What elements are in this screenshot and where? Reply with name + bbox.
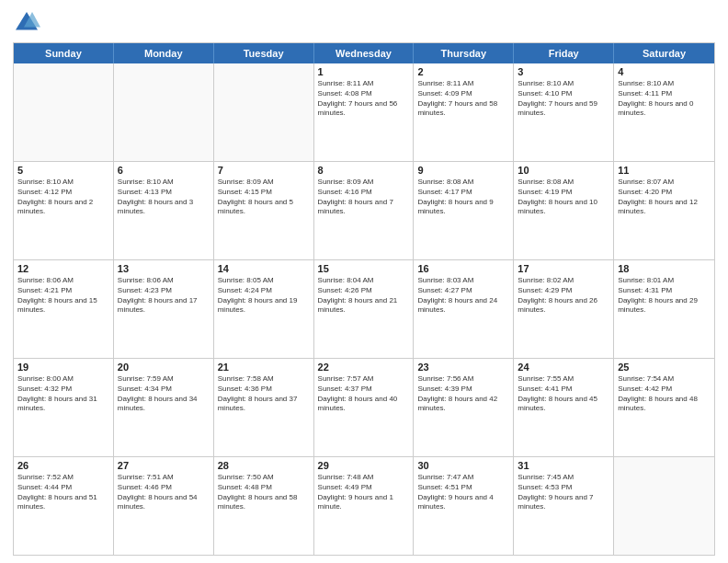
day-cell-28: 28Sunrise: 7:50 AM Sunset: 4:48 PM Dayli… bbox=[214, 457, 314, 555]
cell-info: Sunrise: 8:07 AM Sunset: 4:20 PM Dayligh… bbox=[618, 178, 711, 217]
day-number: 28 bbox=[218, 460, 310, 471]
day-number: 7 bbox=[218, 165, 310, 176]
cell-info: Sunrise: 7:55 AM Sunset: 4:41 PM Dayligh… bbox=[518, 374, 609, 414]
day-number: 22 bbox=[318, 362, 410, 373]
day-cell-23: 23Sunrise: 7:56 AM Sunset: 4:39 PM Dayli… bbox=[414, 359, 514, 456]
cell-info: Sunrise: 8:10 AM Sunset: 4:11 PM Dayligh… bbox=[618, 79, 711, 119]
day-cell-24: 24Sunrise: 7:55 AM Sunset: 4:41 PM Dayli… bbox=[514, 359, 614, 456]
cell-info: Sunrise: 8:01 AM Sunset: 4:31 PM Dayligh… bbox=[618, 276, 711, 316]
empty-cell bbox=[614, 457, 714, 555]
day-cell-14: 14Sunrise: 8:05 AM Sunset: 4:24 PM Dayli… bbox=[214, 260, 314, 358]
cell-info: Sunrise: 8:11 AM Sunset: 4:08 PM Dayligh… bbox=[318, 79, 410, 119]
header bbox=[13, 9, 715, 37]
page: SundayMondayTuesdayWednesdayThursdayFrid… bbox=[0, 0, 728, 563]
day-cell-29: 29Sunrise: 7:48 AM Sunset: 4:49 PM Dayli… bbox=[314, 457, 415, 555]
day-cell-25: 25Sunrise: 7:54 AM Sunset: 4:42 PM Dayli… bbox=[614, 359, 714, 456]
day-number: 20 bbox=[118, 362, 210, 373]
day-number: 3 bbox=[518, 66, 609, 77]
header-day-tuesday: Tuesday bbox=[214, 43, 314, 63]
day-cell-18: 18Sunrise: 8:01 AM Sunset: 4:31 PM Dayli… bbox=[614, 260, 714, 358]
cell-info: Sunrise: 7:48 AM Sunset: 4:49 PM Dayligh… bbox=[318, 473, 410, 512]
cell-info: Sunrise: 8:02 AM Sunset: 4:29 PM Dayligh… bbox=[518, 276, 609, 316]
day-number: 12 bbox=[17, 263, 109, 274]
day-number: 19 bbox=[17, 362, 109, 373]
day-cell-1: 1Sunrise: 8:11 AM Sunset: 4:08 PM Daylig… bbox=[314, 63, 415, 161]
cell-info: Sunrise: 8:05 AM Sunset: 4:24 PM Dayligh… bbox=[218, 276, 310, 316]
cell-info: Sunrise: 7:56 AM Sunset: 4:39 PM Dayligh… bbox=[417, 374, 509, 414]
day-cell-2: 2Sunrise: 8:11 AM Sunset: 4:09 PM Daylig… bbox=[414, 63, 514, 161]
header-day-thursday: Thursday bbox=[414, 43, 514, 63]
header-day-wednesday: Wednesday bbox=[314, 43, 415, 63]
day-cell-5: 5Sunrise: 8:10 AM Sunset: 4:12 PM Daylig… bbox=[14, 162, 114, 259]
day-number: 23 bbox=[417, 362, 509, 373]
day-number: 14 bbox=[218, 263, 310, 274]
cell-info: Sunrise: 7:54 AM Sunset: 4:42 PM Dayligh… bbox=[618, 374, 711, 414]
day-cell-12: 12Sunrise: 8:06 AM Sunset: 4:21 PM Dayli… bbox=[14, 260, 114, 358]
calendar-body: 1Sunrise: 8:11 AM Sunset: 4:08 PM Daylig… bbox=[14, 63, 714, 555]
day-cell-21: 21Sunrise: 7:58 AM Sunset: 4:36 PM Dayli… bbox=[214, 359, 314, 456]
cell-info: Sunrise: 8:04 AM Sunset: 4:26 PM Dayligh… bbox=[318, 276, 410, 316]
day-cell-19: 19Sunrise: 8:00 AM Sunset: 4:32 PM Dayli… bbox=[14, 359, 114, 456]
calendar-row-3: 19Sunrise: 8:00 AM Sunset: 4:32 PM Dayli… bbox=[14, 359, 714, 457]
day-cell-15: 15Sunrise: 8:04 AM Sunset: 4:26 PM Dayli… bbox=[314, 260, 415, 358]
calendar-row-4: 26Sunrise: 7:52 AM Sunset: 4:44 PM Dayli… bbox=[14, 457, 714, 555]
day-cell-6: 6Sunrise: 8:10 AM Sunset: 4:13 PM Daylig… bbox=[114, 162, 214, 259]
day-number: 21 bbox=[218, 362, 310, 373]
cell-info: Sunrise: 8:06 AM Sunset: 4:23 PM Dayligh… bbox=[118, 276, 210, 316]
cell-info: Sunrise: 8:10 AM Sunset: 4:10 PM Dayligh… bbox=[518, 79, 609, 119]
day-cell-13: 13Sunrise: 8:06 AM Sunset: 4:23 PM Dayli… bbox=[114, 260, 214, 358]
calendar-row-0: 1Sunrise: 8:11 AM Sunset: 4:08 PM Daylig… bbox=[14, 63, 714, 162]
header-day-monday: Monday bbox=[114, 43, 214, 63]
cell-info: Sunrise: 7:47 AM Sunset: 4:51 PM Dayligh… bbox=[417, 473, 509, 512]
cell-info: Sunrise: 7:57 AM Sunset: 4:37 PM Dayligh… bbox=[318, 374, 410, 414]
day-number: 1 bbox=[318, 66, 410, 77]
calendar-header: SundayMondayTuesdayWednesdayThursdayFrid… bbox=[14, 43, 714, 63]
day-cell-10: 10Sunrise: 8:08 AM Sunset: 4:19 PM Dayli… bbox=[514, 162, 614, 259]
empty-cell bbox=[114, 63, 214, 161]
day-cell-8: 8Sunrise: 8:09 AM Sunset: 4:16 PM Daylig… bbox=[314, 162, 415, 259]
empty-cell bbox=[214, 63, 314, 161]
day-number: 29 bbox=[318, 460, 410, 471]
calendar: SundayMondayTuesdayWednesdayThursdayFrid… bbox=[13, 42, 715, 556]
day-cell-16: 16Sunrise: 8:03 AM Sunset: 4:27 PM Dayli… bbox=[414, 260, 514, 358]
day-cell-11: 11Sunrise: 8:07 AM Sunset: 4:20 PM Dayli… bbox=[614, 162, 714, 259]
cell-info: Sunrise: 8:11 AM Sunset: 4:09 PM Dayligh… bbox=[417, 79, 509, 119]
day-cell-4: 4Sunrise: 8:10 AM Sunset: 4:11 PM Daylig… bbox=[614, 63, 714, 161]
cell-info: Sunrise: 7:59 AM Sunset: 4:34 PM Dayligh… bbox=[118, 374, 210, 414]
cell-info: Sunrise: 8:10 AM Sunset: 4:12 PM Dayligh… bbox=[17, 178, 109, 217]
cell-info: Sunrise: 7:45 AM Sunset: 4:53 PM Dayligh… bbox=[518, 473, 609, 512]
day-number: 10 bbox=[518, 165, 609, 176]
day-number: 26 bbox=[17, 460, 109, 471]
cell-info: Sunrise: 7:51 AM Sunset: 4:46 PM Dayligh… bbox=[118, 473, 210, 512]
cell-info: Sunrise: 7:50 AM Sunset: 4:48 PM Dayligh… bbox=[218, 473, 310, 512]
day-number: 5 bbox=[17, 165, 109, 176]
day-cell-26: 26Sunrise: 7:52 AM Sunset: 4:44 PM Dayli… bbox=[14, 457, 114, 555]
day-cell-22: 22Sunrise: 7:57 AM Sunset: 4:37 PM Dayli… bbox=[314, 359, 415, 456]
day-number: 25 bbox=[618, 362, 711, 373]
cell-info: Sunrise: 8:08 AM Sunset: 4:17 PM Dayligh… bbox=[417, 178, 509, 217]
logo bbox=[13, 9, 44, 37]
day-number: 4 bbox=[618, 66, 711, 77]
header-day-sunday: Sunday bbox=[14, 43, 114, 63]
day-cell-7: 7Sunrise: 8:09 AM Sunset: 4:15 PM Daylig… bbox=[214, 162, 314, 259]
cell-info: Sunrise: 8:09 AM Sunset: 4:15 PM Dayligh… bbox=[218, 178, 310, 217]
day-number: 8 bbox=[318, 165, 410, 176]
day-number: 6 bbox=[118, 165, 210, 176]
day-number: 24 bbox=[518, 362, 609, 373]
day-cell-31: 31Sunrise: 7:45 AM Sunset: 4:53 PM Dayli… bbox=[514, 457, 614, 555]
day-number: 16 bbox=[417, 263, 509, 274]
day-cell-17: 17Sunrise: 8:02 AM Sunset: 4:29 PM Dayli… bbox=[514, 260, 614, 358]
day-number: 9 bbox=[417, 165, 509, 176]
calendar-row-2: 12Sunrise: 8:06 AM Sunset: 4:21 PM Dayli… bbox=[14, 260, 714, 359]
cell-info: Sunrise: 8:10 AM Sunset: 4:13 PM Dayligh… bbox=[118, 178, 210, 217]
cell-info: Sunrise: 7:58 AM Sunset: 4:36 PM Dayligh… bbox=[218, 374, 310, 414]
day-cell-30: 30Sunrise: 7:47 AM Sunset: 4:51 PM Dayli… bbox=[414, 457, 514, 555]
day-cell-20: 20Sunrise: 7:59 AM Sunset: 4:34 PM Dayli… bbox=[114, 359, 214, 456]
day-cell-9: 9Sunrise: 8:08 AM Sunset: 4:17 PM Daylig… bbox=[414, 162, 514, 259]
logo-icon bbox=[13, 9, 40, 37]
day-number: 18 bbox=[618, 263, 711, 274]
cell-info: Sunrise: 8:06 AM Sunset: 4:21 PM Dayligh… bbox=[17, 276, 109, 316]
cell-info: Sunrise: 8:08 AM Sunset: 4:19 PM Dayligh… bbox=[518, 178, 609, 217]
header-day-friday: Friday bbox=[514, 43, 614, 63]
cell-info: Sunrise: 8:09 AM Sunset: 4:16 PM Dayligh… bbox=[318, 178, 410, 217]
